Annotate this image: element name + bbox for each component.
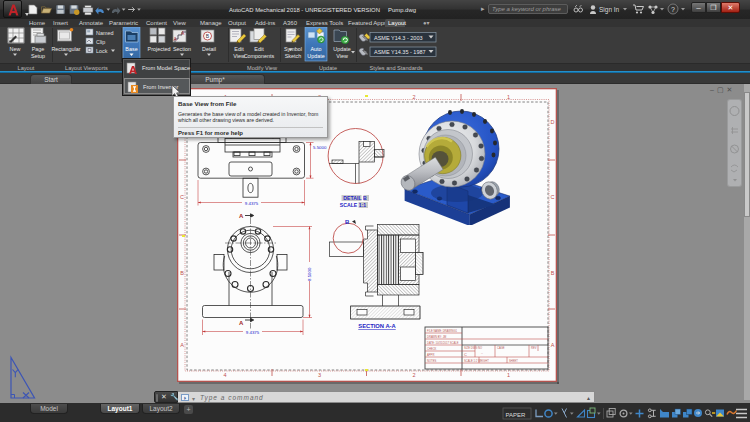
svg-text:A: A [551,342,555,348]
svg-text:B: B [551,270,555,276]
svg-text:PAPER: PAPER [506,412,527,418]
svg-text:Setup: Setup [31,53,45,59]
svg-text:2: 2 [412,372,415,378]
svg-text:SIZE DWG NO: SIZE DWG NO [464,346,482,350]
svg-text:Edit: Edit [234,46,244,52]
svg-text:B: B [180,270,184,276]
svg-text:Detail: Detail [202,46,216,52]
svg-text:SHEET: SHEET [509,359,518,363]
svg-text:ASME Y14.35 - 1987: ASME Y14.35 - 1987 [374,49,426,55]
svg-text:Auto: Auto [310,46,321,52]
svg-text:3: 3 [318,372,321,378]
svg-text:CHECK: CHECK [427,347,437,351]
svg-text:REV: REV [531,346,537,350]
svg-text:Symbol: Symbol [284,46,302,52]
svg-text:SCALE 1:1: SCALE 1:1 [340,202,367,208]
svg-text:A: A [180,342,184,348]
svg-text:Components: Components [244,53,275,59]
svg-text:C: C [464,352,467,357]
svg-text:DRAWN BY: JM: DRAWN BY: JM [427,335,447,339]
svg-text:1: 1 [507,372,510,378]
svg-text:SECTION A-A: SECTION A-A [358,323,396,329]
svg-text:New: New [10,46,21,52]
svg-text:D: D [551,119,555,125]
svg-text:A: A [239,320,244,326]
svg-text:Projected: Projected [148,46,171,52]
svg-text:A: A [239,213,244,219]
svg-text:--: -- [481,352,483,355]
svg-text:9.4375: 9.4375 [246,330,260,335]
svg-text:NOTES: NOTES [427,359,436,363]
svg-text:SCALE 1:2 WEIGHT: SCALE 1:2 WEIGHT [464,359,489,363]
svg-text:ASME Y14.3 - 2003: ASME Y14.3 - 2003 [374,35,423,41]
svg-text:Sign In: Sign In [599,6,620,14]
svg-text:View: View [336,53,348,59]
svg-text:Section: Section [173,46,191,52]
svg-text:CAGE: CAGE [497,346,505,350]
svg-text:Named: Named [96,30,113,36]
svg-text:Edit: Edit [254,46,264,52]
svg-text:?: ? [671,6,675,13]
svg-text:C: C [180,194,184,200]
svg-text:Update: Update [333,46,350,52]
svg-text:Lock: Lock [96,48,108,54]
svg-text:Page: Page [32,46,45,52]
svg-text:8.5000: 8.5000 [307,267,312,281]
svg-text:Clip: Clip [96,39,105,45]
svg-text:DETAIL B: DETAIL B [343,195,367,201]
svg-text:C: C [551,194,555,200]
svg-text:Update: Update [307,53,324,59]
svg-text:B: B [345,219,350,225]
svg-text:5.5000: 5.5000 [313,145,327,150]
svg-text:FILE NAME: DRAWING1: FILE NAME: DRAWING1 [427,329,458,333]
svg-text:Sketch: Sketch [285,53,301,59]
svg-text:Base: Base [125,46,137,52]
svg-text:Rectangular: Rectangular [51,46,80,52]
svg-text:APPR: APPR [427,353,434,357]
svg-text:DATE: 10/31/2017 SCALE: DATE: 10/31/2017 SCALE [427,341,459,345]
svg-text:4: 4 [223,372,226,378]
svg-text:9.4375: 9.4375 [245,201,259,206]
